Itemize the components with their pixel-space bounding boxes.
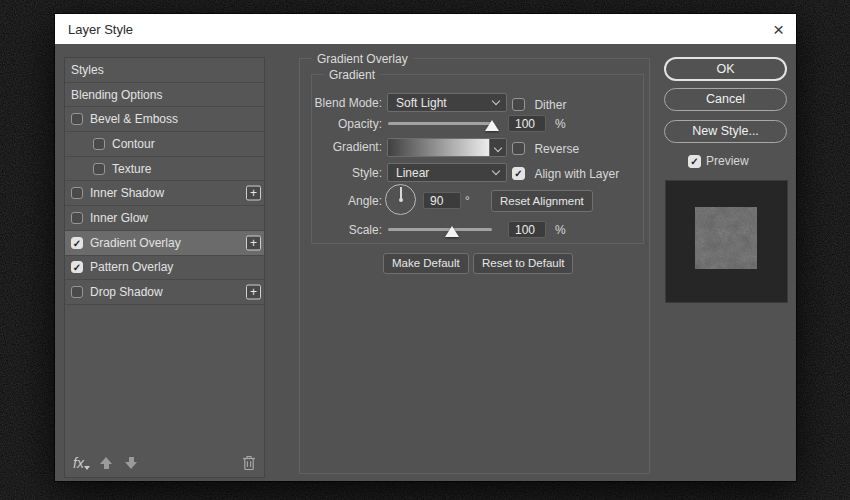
ok-button[interactable]: OK [664, 57, 787, 81]
preview-label: Preview [706, 154, 749, 168]
blend-mode-value: Soft Light [396, 96, 447, 110]
chevron-down-icon [492, 167, 500, 175]
dither-option[interactable]: Dither [512, 95, 566, 113]
styles-list: Styles Blending Options Bevel & Emboss C… [64, 57, 265, 478]
sidebar-item-bevel-emboss[interactable]: Bevel & Emboss [65, 107, 264, 132]
sidebar-item-label: Gradient Overlay [90, 236, 181, 250]
sidebar-item-inner-shadow[interactable]: Inner Shadow + [65, 181, 264, 206]
add-effect-button[interactable]: + [246, 235, 261, 250]
subgroup-title: Gradient [324, 68, 380, 82]
sidebar-item-contour[interactable]: Contour [65, 132, 264, 157]
checkbox[interactable] [93, 163, 105, 175]
add-effect-button[interactable]: + [246, 285, 261, 300]
angle-label: Angle: [312, 194, 382, 208]
blend-mode-dropdown[interactable]: Soft Light [387, 93, 507, 112]
scale-unit: % [555, 223, 566, 237]
angle-dial[interactable] [385, 184, 416, 215]
sidebar-item-label: Blending Options [71, 88, 162, 102]
sidebar-item-texture[interactable]: Texture [65, 157, 264, 182]
opacity-slider-thumb[interactable] [485, 120, 499, 131]
dialog-title: Layer Style [68, 22, 133, 37]
checkbox[interactable] [71, 212, 83, 224]
checkbox[interactable] [71, 286, 83, 298]
angle-dial-center [399, 198, 403, 202]
align-with-layer-option[interactable]: ✓ Align with Layer [512, 164, 619, 182]
checkbox[interactable]: ✓ [71, 261, 83, 273]
style-dropdown[interactable]: Linear [387, 163, 507, 182]
checkbox[interactable] [71, 187, 83, 199]
move-effect-up-icon[interactable] [100, 457, 113, 469]
sidebar-item-drop-shadow[interactable]: Drop Shadow + [65, 280, 264, 305]
reverse-option[interactable]: Reverse [512, 139, 579, 157]
scale-slider-thumb[interactable] [445, 226, 459, 237]
dialog-titlebar[interactable]: Layer Style × [55, 14, 796, 44]
sidebar-item-label: Pattern Overlay [90, 260, 173, 274]
sidebar-item-blending-options[interactable]: Blending Options [65, 83, 264, 108]
close-icon[interactable]: × [773, 20, 784, 39]
checkbox[interactable] [512, 98, 525, 111]
fx-menu-icon[interactable]: fx [73, 455, 84, 471]
new-style-button[interactable]: New Style... [664, 120, 787, 143]
scale-input[interactable] [508, 221, 546, 238]
style-label: Style: [312, 166, 382, 180]
reset-alignment-button[interactable]: Reset Alignment [491, 190, 593, 212]
sidebar-item-label: Contour [112, 137, 155, 151]
gradient-swatch [388, 139, 489, 156]
sidebar-item-label: Texture [112, 162, 151, 176]
angle-input[interactable] [423, 192, 461, 209]
layer-style-dialog: Layer Style × Styles Blending Options Be… [55, 14, 796, 481]
sidebar-item-inner-glow[interactable]: Inner Glow [65, 206, 264, 231]
gradient-picker[interactable] [387, 138, 507, 157]
checkbox[interactable]: ✓ [688, 155, 701, 168]
checkbox[interactable] [512, 142, 525, 155]
checkbox[interactable]: ✓ [512, 167, 525, 180]
gradient-label: Gradient: [312, 140, 382, 154]
gradient-group: Gradient Blend Mode: Soft Light Dither O… [311, 74, 644, 244]
sidebar-item-pattern-overlay[interactable]: ✓ Pattern Overlay [65, 256, 264, 281]
scale-label: Scale: [312, 223, 382, 237]
align-with-layer-label: Align with Layer [534, 167, 619, 181]
sidebar-item-label: Drop Shadow [90, 285, 163, 299]
checkbox[interactable] [71, 113, 83, 125]
styles-list-footer: fx [65, 449, 264, 477]
sidebar-item-styles[interactable]: Styles [65, 58, 264, 83]
sidebar-item-label: Styles [71, 63, 104, 77]
gradient-overlay-group: Gradient Overlay Gradient Blend Mode: So… [299, 58, 650, 474]
opacity-label: Opacity: [312, 117, 382, 131]
preview-thumbnail [665, 180, 788, 303]
reset-to-default-button[interactable]: Reset to Default [473, 253, 573, 274]
add-effect-button[interactable]: + [246, 186, 261, 201]
opacity-unit: % [555, 117, 566, 131]
blend-mode-label: Blend Mode: [312, 96, 382, 110]
chevron-down-icon [492, 97, 500, 105]
checkbox[interactable]: ✓ [71, 237, 83, 249]
gradient-picker-arrow[interactable] [489, 139, 506, 156]
preview-option[interactable]: ✓ Preview [688, 154, 749, 168]
opacity-slider[interactable] [388, 122, 492, 125]
desktop-background: Layer Style × Styles Blending Options Be… [0, 0, 850, 500]
cancel-button[interactable]: Cancel [664, 88, 787, 111]
style-value: Linear [396, 166, 429, 180]
checkbox[interactable] [93, 138, 105, 150]
dither-label: Dither [534, 98, 566, 112]
preview-texture-image [695, 207, 757, 269]
scale-slider[interactable] [388, 228, 492, 231]
group-title: Gradient Overlay [312, 52, 413, 66]
move-effect-down-icon[interactable] [125, 457, 138, 469]
sidebar-item-label: Inner Shadow [90, 186, 164, 200]
reverse-label: Reverse [534, 142, 579, 156]
sidebar-item-gradient-overlay[interactable]: ✓ Gradient Overlay + [65, 231, 264, 256]
chevron-down-icon [494, 143, 502, 151]
opacity-input[interactable] [508, 115, 546, 132]
sidebar-item-label: Inner Glow [90, 211, 148, 225]
make-default-button[interactable]: Make Default [383, 253, 469, 274]
angle-unit: ° [465, 194, 470, 208]
delete-effect-icon[interactable] [242, 455, 256, 471]
sidebar-item-label: Bevel & Emboss [90, 112, 178, 126]
